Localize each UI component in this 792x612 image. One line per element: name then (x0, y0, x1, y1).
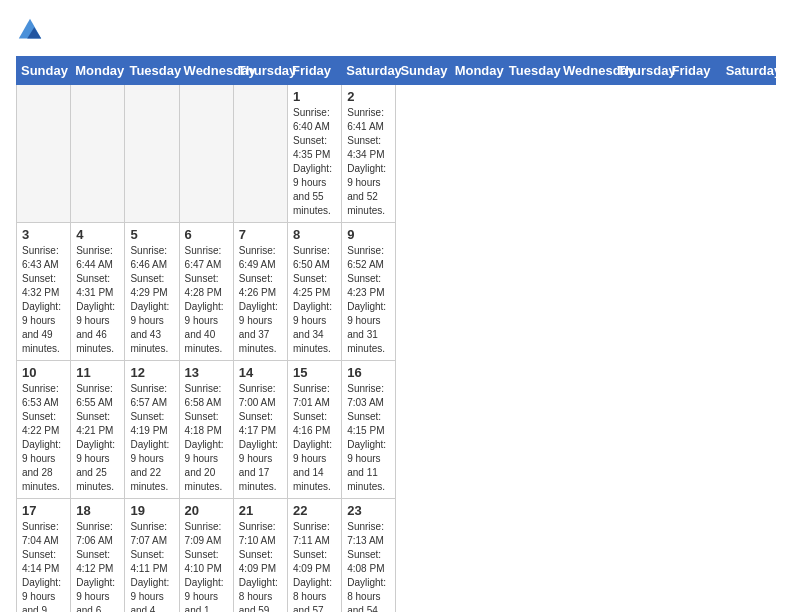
calendar-cell: 3Sunrise: 6:43 AM Sunset: 4:32 PM Daylig… (17, 223, 71, 361)
day-info: Sunrise: 7:09 AM Sunset: 4:10 PM Dayligh… (185, 520, 228, 612)
weekday-header-tuesday: Tuesday (504, 57, 558, 85)
day-info: Sunrise: 7:07 AM Sunset: 4:11 PM Dayligh… (130, 520, 173, 612)
day-number: 21 (239, 503, 282, 518)
day-info: Sunrise: 6:40 AM Sunset: 4:35 PM Dayligh… (293, 106, 336, 218)
day-number: 22 (293, 503, 336, 518)
day-number: 2 (347, 89, 390, 104)
day-info: Sunrise: 7:10 AM Sunset: 4:09 PM Dayligh… (239, 520, 282, 612)
calendar-cell: 17Sunrise: 7:04 AM Sunset: 4:14 PM Dayli… (17, 499, 71, 613)
calendar-cell: 13Sunrise: 6:58 AM Sunset: 4:18 PM Dayli… (179, 361, 233, 499)
logo (16, 16, 48, 44)
day-number: 8 (293, 227, 336, 242)
weekday-header-wednesday: Wednesday (179, 57, 233, 85)
weekday-header-friday: Friday (288, 57, 342, 85)
calendar-cell: 7Sunrise: 6:49 AM Sunset: 4:26 PM Daylig… (233, 223, 287, 361)
day-info: Sunrise: 6:58 AM Sunset: 4:18 PM Dayligh… (185, 382, 228, 494)
day-info: Sunrise: 6:53 AM Sunset: 4:22 PM Dayligh… (22, 382, 65, 494)
day-number: 6 (185, 227, 228, 242)
weekday-header-row: SundayMondayTuesdayWednesdayThursdayFrid… (17, 57, 776, 85)
day-info: Sunrise: 6:44 AM Sunset: 4:31 PM Dayligh… (76, 244, 119, 356)
weekday-header-tuesday: Tuesday (125, 57, 179, 85)
calendar-cell: 9Sunrise: 6:52 AM Sunset: 4:23 PM Daylig… (342, 223, 396, 361)
day-info: Sunrise: 6:47 AM Sunset: 4:28 PM Dayligh… (185, 244, 228, 356)
calendar-cell: 4Sunrise: 6:44 AM Sunset: 4:31 PM Daylig… (71, 223, 125, 361)
day-info: Sunrise: 7:00 AM Sunset: 4:17 PM Dayligh… (239, 382, 282, 494)
calendar-cell: 10Sunrise: 6:53 AM Sunset: 4:22 PM Dayli… (17, 361, 71, 499)
day-number: 7 (239, 227, 282, 242)
day-number: 20 (185, 503, 228, 518)
logo-icon (16, 16, 44, 44)
calendar-cell: 8Sunrise: 6:50 AM Sunset: 4:25 PM Daylig… (288, 223, 342, 361)
weekday-header-saturday: Saturday (721, 57, 775, 85)
calendar-cell: 14Sunrise: 7:00 AM Sunset: 4:17 PM Dayli… (233, 361, 287, 499)
calendar-cell: 16Sunrise: 7:03 AM Sunset: 4:15 PM Dayli… (342, 361, 396, 499)
day-number: 16 (347, 365, 390, 380)
day-info: Sunrise: 7:04 AM Sunset: 4:14 PM Dayligh… (22, 520, 65, 612)
calendar-week-row-1: 1Sunrise: 6:40 AM Sunset: 4:35 PM Daylig… (17, 85, 776, 223)
calendar-cell (17, 85, 71, 223)
calendar-cell (125, 85, 179, 223)
weekday-header-sunday: Sunday (396, 57, 450, 85)
calendar-cell: 22Sunrise: 7:11 AM Sunset: 4:09 PM Dayli… (288, 499, 342, 613)
calendar-cell: 15Sunrise: 7:01 AM Sunset: 4:16 PM Dayli… (288, 361, 342, 499)
calendar-cell: 5Sunrise: 6:46 AM Sunset: 4:29 PM Daylig… (125, 223, 179, 361)
day-number: 3 (22, 227, 65, 242)
day-info: Sunrise: 6:52 AM Sunset: 4:23 PM Dayligh… (347, 244, 390, 356)
day-number: 4 (76, 227, 119, 242)
calendar-cell (233, 85, 287, 223)
day-number: 13 (185, 365, 228, 380)
day-number: 5 (130, 227, 173, 242)
day-number: 17 (22, 503, 65, 518)
day-info: Sunrise: 6:57 AM Sunset: 4:19 PM Dayligh… (130, 382, 173, 494)
header (16, 16, 776, 44)
weekday-header-wednesday: Wednesday (559, 57, 613, 85)
calendar-cell: 12Sunrise: 6:57 AM Sunset: 4:19 PM Dayli… (125, 361, 179, 499)
calendar-cell: 11Sunrise: 6:55 AM Sunset: 4:21 PM Dayli… (71, 361, 125, 499)
day-info: Sunrise: 6:49 AM Sunset: 4:26 PM Dayligh… (239, 244, 282, 356)
day-info: Sunrise: 7:03 AM Sunset: 4:15 PM Dayligh… (347, 382, 390, 494)
day-info: Sunrise: 7:13 AM Sunset: 4:08 PM Dayligh… (347, 520, 390, 612)
day-number: 14 (239, 365, 282, 380)
day-number: 10 (22, 365, 65, 380)
day-info: Sunrise: 6:55 AM Sunset: 4:21 PM Dayligh… (76, 382, 119, 494)
day-number: 11 (76, 365, 119, 380)
calendar-cell: 19Sunrise: 7:07 AM Sunset: 4:11 PM Dayli… (125, 499, 179, 613)
day-info: Sunrise: 6:43 AM Sunset: 4:32 PM Dayligh… (22, 244, 65, 356)
calendar-cell: 23Sunrise: 7:13 AM Sunset: 4:08 PM Dayli… (342, 499, 396, 613)
day-info: Sunrise: 7:11 AM Sunset: 4:09 PM Dayligh… (293, 520, 336, 612)
day-info: Sunrise: 7:06 AM Sunset: 4:12 PM Dayligh… (76, 520, 119, 612)
calendar-cell: 2Sunrise: 6:41 AM Sunset: 4:34 PM Daylig… (342, 85, 396, 223)
calendar-cell: 20Sunrise: 7:09 AM Sunset: 4:10 PM Dayli… (179, 499, 233, 613)
calendar-cell: 1Sunrise: 6:40 AM Sunset: 4:35 PM Daylig… (288, 85, 342, 223)
day-number: 1 (293, 89, 336, 104)
day-number: 23 (347, 503, 390, 518)
day-info: Sunrise: 6:50 AM Sunset: 4:25 PM Dayligh… (293, 244, 336, 356)
calendar-cell: 18Sunrise: 7:06 AM Sunset: 4:12 PM Dayli… (71, 499, 125, 613)
weekday-header-saturday: Saturday (342, 57, 396, 85)
weekday-header-thursday: Thursday (613, 57, 667, 85)
calendar-cell (179, 85, 233, 223)
weekday-header-monday: Monday (71, 57, 125, 85)
weekday-header-friday: Friday (667, 57, 721, 85)
calendar-cell: 6Sunrise: 6:47 AM Sunset: 4:28 PM Daylig… (179, 223, 233, 361)
weekday-header-monday: Monday (450, 57, 504, 85)
weekday-header-sunday: Sunday (17, 57, 71, 85)
day-number: 18 (76, 503, 119, 518)
weekday-header-thursday: Thursday (233, 57, 287, 85)
calendar-week-row-3: 10Sunrise: 6:53 AM Sunset: 4:22 PM Dayli… (17, 361, 776, 499)
calendar-table: SundayMondayTuesdayWednesdayThursdayFrid… (16, 56, 776, 612)
day-info: Sunrise: 6:46 AM Sunset: 4:29 PM Dayligh… (130, 244, 173, 356)
calendar-cell: 21Sunrise: 7:10 AM Sunset: 4:09 PM Dayli… (233, 499, 287, 613)
day-number: 15 (293, 365, 336, 380)
day-info: Sunrise: 6:41 AM Sunset: 4:34 PM Dayligh… (347, 106, 390, 218)
calendar-cell (71, 85, 125, 223)
day-number: 19 (130, 503, 173, 518)
day-number: 12 (130, 365, 173, 380)
day-info: Sunrise: 7:01 AM Sunset: 4:16 PM Dayligh… (293, 382, 336, 494)
day-number: 9 (347, 227, 390, 242)
calendar-week-row-4: 17Sunrise: 7:04 AM Sunset: 4:14 PM Dayli… (17, 499, 776, 613)
calendar-week-row-2: 3Sunrise: 6:43 AM Sunset: 4:32 PM Daylig… (17, 223, 776, 361)
